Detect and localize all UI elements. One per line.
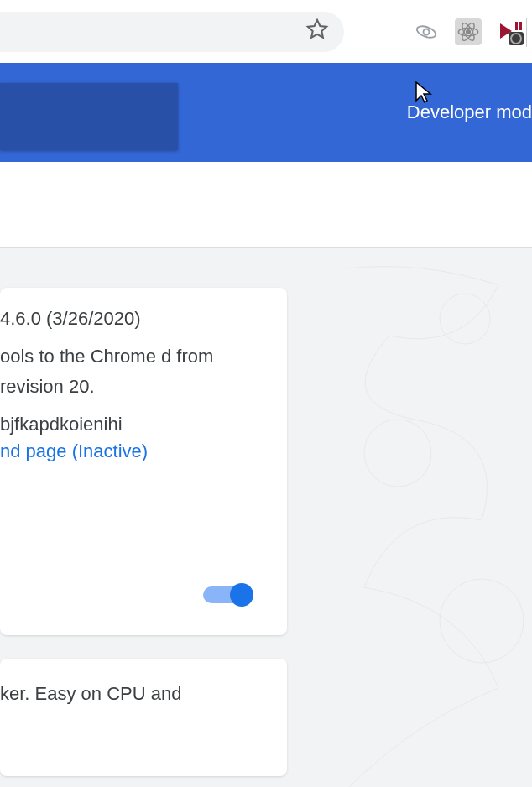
svg-point-2 bbox=[467, 29, 471, 34]
svg-point-1 bbox=[415, 23, 437, 39]
header-button-placeholder[interactable] bbox=[0, 83, 178, 150]
bookmark-star-icon[interactable] bbox=[305, 18, 329, 47]
background-page-link[interactable]: nd page (Inactive) bbox=[0, 440, 263, 462]
extension-version: 4.6.0 (3/26/2020) bbox=[0, 308, 263, 330]
extension-description: ools to the Chrome d from revision 20. bbox=[0, 341, 263, 402]
react-extension-icon[interactable] bbox=[455, 18, 482, 45]
browser-toolbar bbox=[0, 0, 532, 63]
orbit-extension-icon[interactable] bbox=[413, 18, 440, 45]
toolbar-row bbox=[0, 162, 532, 248]
address-bar[interactable] bbox=[0, 12, 344, 52]
extension-description: ker. Easy on CPU and bbox=[0, 679, 263, 709]
svg-point-0 bbox=[424, 29, 430, 34]
extensions-header: Developer mod bbox=[0, 63, 532, 162]
extension-id: bjfkapdkoienihi bbox=[0, 414, 263, 435]
cursor-icon bbox=[415, 81, 435, 110]
extension-enable-toggle[interactable] bbox=[203, 585, 250, 605]
devtools-extension-icon[interactable] bbox=[497, 18, 524, 45]
extension-card: ker. Easy on CPU and bbox=[0, 659, 287, 776]
extensions-content: 4.6.0 (3/26/2020) ools to the Chrome d f… bbox=[0, 288, 532, 776]
toolbar-divider bbox=[526, 18, 527, 47]
extension-card: 4.6.0 (3/26/2020) ools to the Chrome d f… bbox=[0, 288, 287, 635]
